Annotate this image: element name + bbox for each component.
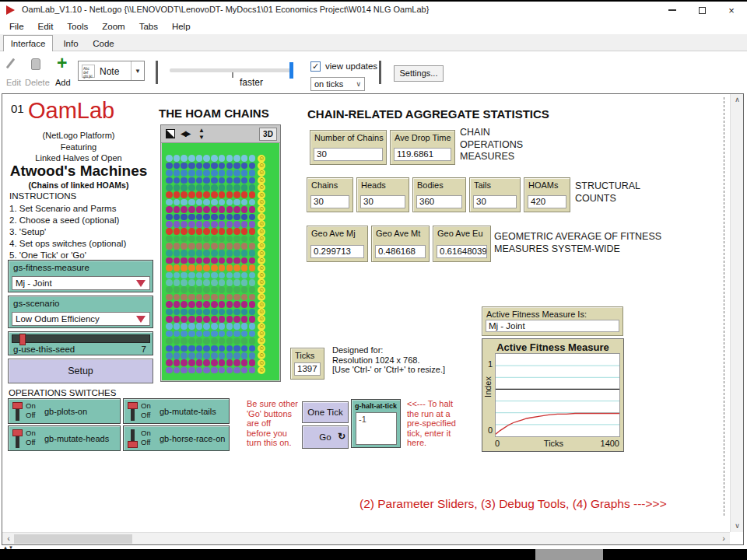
switch-thumb[interactable] [12,429,23,436]
settings-button[interactable]: Settings... [394,65,444,82]
hoam-agent-dot [181,286,188,293]
menu-file[interactable]: File [2,22,31,31]
chain-row: ☺ [166,257,279,264]
hoam-agent-dot [211,338,218,345]
setup-button[interactable]: Setup [8,359,153,383]
switch-widget[interactable]: On Off gb-plots-on [8,398,121,424]
tab-code[interactable]: Code [87,37,120,51]
switch-thumb[interactable] [12,402,23,409]
world-horizontal-wrap-icon[interactable]: ◀▶ [181,129,189,138]
edit-button[interactable]: Edit [6,78,21,87]
hoam-agent-dot [241,170,248,177]
slider-label: g-use-this-seed [13,345,75,354]
switch-thumb[interactable] [128,402,138,409]
note-icon-line2: ghi jkl [83,75,93,79]
add-button[interactable]: Add [55,78,71,87]
hoam-agent-dot [241,184,248,191]
hoam-agent-dot [219,367,226,374]
scroll-left-icon[interactable]: ‹ [3,533,14,545]
hoam-agent-dot [203,272,210,279]
hoam-agent-dot [249,206,256,213]
smiley-agent-icon: ☺ [258,242,265,250]
one-tick-button[interactable]: One Tick [302,401,349,423]
widget-type-dropdown[interactable]: Abc def ghi jkl Note ▼ [78,61,145,81]
slider-track[interactable] [12,334,150,343]
monitor-label: Geo Ave Eu [437,229,490,238]
hoam-agent-dot [166,331,173,338]
slider-thumb[interactable] [19,334,26,345]
maximize-button[interactable] [689,2,714,19]
hoam-agent-dot [241,345,248,352]
taskbar-edge [0,549,747,560]
hoam-agent-dot [226,338,233,345]
chooser-select[interactable]: Mj - Joint [12,276,150,290]
hoam-agent-dot [211,309,218,316]
switch-widget[interactable]: On Off gb-mutate-tails [123,398,230,424]
hoam-agent-dot [196,352,203,359]
update-mode-value: on ticks [314,79,343,89]
hoam-agent-dot [196,345,203,352]
tab-info[interactable]: Info [56,37,86,51]
smiley-agent-icon: ☺ [258,366,265,374]
world-vertical-wrap-icon[interactable]: ▲▼ [198,127,205,141]
hoam-agent-dot [174,352,181,359]
tab-interface[interactable]: Interface [3,35,53,51]
minimize-button[interactable] [660,2,685,19]
hoam-agent-dot [233,214,240,221]
switch-on-label: On [141,401,151,410]
vertical-scrollbar[interactable]: ∧ ∨ [730,94,743,532]
horizontal-scrollbar[interactable]: ‹ › [2,532,730,544]
update-mode-select[interactable]: on ticks ∨ [310,77,365,91]
horizontal-scrollbar-thumb[interactable] [14,534,132,544]
hoam-agent-dot [174,316,181,323]
menu-tools[interactable]: Tools [60,22,95,31]
switch-widget[interactable]: On Off gb-horse-race-on [123,425,230,451]
view-updates-checkbox[interactable]: ✓ [310,61,321,72]
chain-row: ☺ [166,359,279,366]
hoam-agent-dot [203,286,210,293]
delete-button[interactable]: Delete [25,78,50,87]
hoam-agent-dot [211,359,218,366]
monitor-geo-ave-mt: Geo Ave Mt 0.486168 [371,226,430,262]
hoam-agent-dot [181,323,188,330]
monitor-label: Heads [361,180,409,190]
speed-slider-thumb[interactable] [289,62,293,79]
scroll-down-icon[interactable]: ∨ [731,520,744,532]
hoam-agent-dot [211,155,218,162]
caption-chain-operations: CHAIN OPERATIONS MEASURES [460,127,523,163]
menu-edit[interactable]: Edit [31,22,61,31]
hoam-agent-dot [196,221,203,228]
world-3d-button[interactable]: 3D [259,128,277,141]
menu-zoom[interactable]: Zoom [95,22,132,31]
hoam-agent-dot [211,206,218,213]
hoam-agent-dot [196,236,203,243]
hoam-agent-dot [219,177,226,184]
halt-at-tick-input[interactable]: -1 [356,412,397,445]
world-canvas[interactable]: ☺☺☺☺☺☺☺☺☺☺☺☺☺☺☺☺☺☺☺☺☺☺☺☺☺☺☺☺☺☺ [162,143,279,380]
menu-help[interactable]: Help [165,22,198,31]
switch-widget[interactable]: On Off gb-mutate-heads [8,425,121,451]
go-button[interactable]: Go ↻ [302,425,349,449]
hoam-agent-dot [174,236,181,243]
menu-tabs[interactable]: Tabs [132,22,165,31]
switch-thumb[interactable] [128,441,138,448]
hoam-agent-dot [196,191,203,198]
hoam-agent-dot [249,243,256,250]
chooser-select[interactable]: Low Odum Efficiency [12,312,150,326]
scroll-right-icon[interactable]: › [718,533,729,545]
monitor-label: Chains [311,180,352,190]
hoam-agent-dot [181,243,188,250]
hoam-agent-dot [226,367,233,374]
monitor-value: 1397 [294,362,321,376]
y-tick-1: 1 [488,359,493,369]
monitor-value: 0.61648039680 [437,245,487,258]
scroll-up-icon[interactable]: ∧ [731,94,744,106]
netlogo-window: OamLab_V1.10 - NetLogo {\\LENOVODT\Lenov… [0,0,747,560]
hoam-agent-dot [166,191,173,198]
hoam-agent-dot [249,163,256,170]
speed-slider-track[interactable] [170,68,293,72]
hoam-agent-dot [166,199,173,206]
monitor-active-fitness-measure: Active Fitness Measure Is: Mj - Joint [482,306,623,336]
close-button[interactable]: × [719,2,744,19]
world-shape-icon[interactable] [166,129,175,138]
